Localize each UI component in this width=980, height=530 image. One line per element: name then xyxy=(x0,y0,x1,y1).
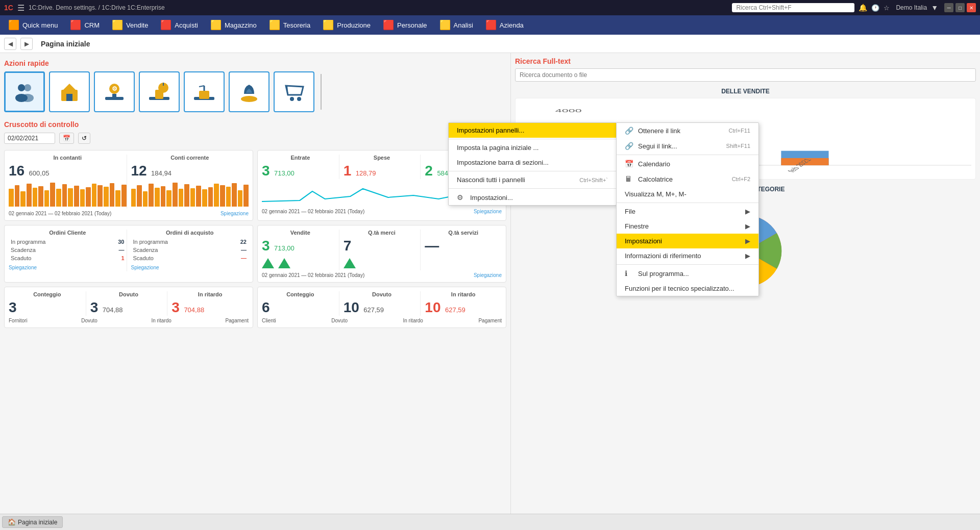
ctx-finestre[interactable]: Finestre ▶ xyxy=(617,219,758,234)
ctx-finestre-arrow: ▶ xyxy=(745,222,750,230)
ctx-sul-programma[interactable]: ℹ Sul programma... xyxy=(617,266,758,281)
ctx-funzioni-tecnico-label: Funzioni per il tecnico specializzato... xyxy=(625,285,734,292)
ctx-nascondi-pannelli[interactable]: Nascondi tutti i pannelli Ctrl+Shift+` xyxy=(449,172,616,187)
ctx-separator-1 xyxy=(449,139,616,139)
calendar-icon: 📅 xyxy=(625,160,634,168)
ctx-nascondi-pannelli-label: Nascondi tutti i pannelli xyxy=(457,176,525,184)
ctx-impostazioni-sub-label: Impostazioni xyxy=(625,237,662,245)
ctx-ottenere-link-label: Ottenere il link xyxy=(638,127,680,135)
ctx-segui-link-shortcut: Shift+F11 xyxy=(726,143,750,149)
ctx-r-sep-2 xyxy=(617,203,758,203)
info-icon: ℹ xyxy=(625,269,634,277)
ctx-impostazioni-sub[interactable]: Impostazioni ▶ xyxy=(617,234,758,248)
ctx-informazioni-rif[interactable]: Informazioni di riferimento ▶ xyxy=(617,248,758,263)
ctx-calcolatrice[interactable]: 🖩 Calcolatrice Ctrl+F2 xyxy=(617,171,758,187)
ctx-separator-2 xyxy=(449,171,616,171)
ctx-visualizza-label: Visualizza M, M+, M- xyxy=(625,190,687,198)
ctx-sul-programma-label: Sul programma... xyxy=(638,270,689,277)
ctx-impostazione-barra[interactable]: Impostazione barra di sezioni... xyxy=(449,155,616,170)
ctx-impostazioni[interactable]: ⚙ Impostazioni... xyxy=(449,190,616,205)
ctx-calcolatrice-shortcut: Ctrl+F2 xyxy=(732,176,750,182)
ctx-segui-link-label: Segui il link... xyxy=(638,142,677,150)
ctx-ottenere-link[interactable]: 🔗 Ottenere il link Ctrl+F11 xyxy=(617,123,758,138)
context-menu-left: Impostazioni pannelli... Imposta la pagi… xyxy=(448,122,617,206)
ctx-file-label: File xyxy=(625,208,635,215)
ctx-impostazioni-sub-arrow: ▶ xyxy=(745,237,750,245)
ctx-calendario-label: Calendario xyxy=(638,160,670,168)
ctx-ottenere-link-shortcut: Ctrl+F11 xyxy=(729,128,751,134)
ctx-calendario[interactable]: 📅 Calendario xyxy=(617,156,758,171)
ctx-informazioni-rif-arrow: ▶ xyxy=(745,252,750,260)
ctx-segui-link[interactable]: 🔗 Segui il link... Shift+F11 xyxy=(617,138,758,154)
ctx-nascondi-pannelli-shortcut: Ctrl+Shift+` xyxy=(579,177,608,183)
ctx-impostazione-barra-label: Impostazione barra di sezioni... xyxy=(457,159,549,166)
ctx-impostazioni-label: Impostazioni... xyxy=(470,194,513,201)
calculator-icon: 🖩 xyxy=(625,175,634,183)
ctx-r-sep-1 xyxy=(617,155,758,155)
ctx-informazioni-rif-label: Informazioni di riferimento xyxy=(625,252,701,260)
ctx-imposta-pagina[interactable]: Imposta la pagina iniziale ... xyxy=(449,140,616,155)
ctx-funzioni-tecnico[interactable]: Funzioni per il tecnico specializzato... xyxy=(617,281,758,296)
ctx-visualizza[interactable]: Visualizza M, M+, M- xyxy=(617,187,758,201)
ctx-impostazioni-pannelli[interactable]: Impostazioni pannelli... xyxy=(449,123,616,138)
ctx-file[interactable]: File ▶ xyxy=(617,204,758,219)
ctx-imposta-pagina-label: Imposta la pagina iniziale ... xyxy=(457,144,538,152)
ctx-r-sep-3 xyxy=(617,264,758,265)
ctx-impostazioni-pannelli-label: Impostazioni pannelli... xyxy=(457,127,524,134)
follow-link-icon: 🔗 xyxy=(625,142,634,150)
ctx-separator-3 xyxy=(449,188,616,189)
ctx-finestre-label: Finestre xyxy=(625,222,649,230)
context-menu-overlay: Impostazioni pannelli... Imposta la pagi… xyxy=(0,0,980,530)
link-icon: 🔗 xyxy=(625,127,634,135)
context-menu-right: 🔗 Ottenere il link Ctrl+F11 🔗 Segui il l… xyxy=(616,122,759,296)
settings-small-icon: ⚙ xyxy=(457,193,466,201)
ctx-calcolatrice-label: Calcolatrice xyxy=(638,175,673,183)
ctx-file-arrow: ▶ xyxy=(745,208,750,215)
